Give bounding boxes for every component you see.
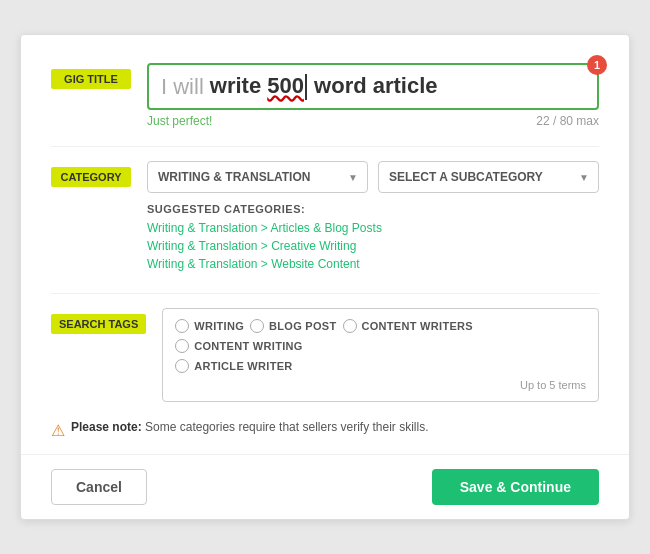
gig-title-prefix: I will [161, 74, 204, 100]
tag-circle-article-writer[interactable] [175, 359, 189, 373]
suggested-link-0[interactable]: Writing & Translation > Articles & Blog … [147, 221, 599, 235]
search-tags-row: SEARCH TAGS WRITING BLOG POST CONTENT WR… [51, 308, 599, 402]
suggested-categories-label: SUGGESTED CATEGORIES: [147, 203, 599, 215]
note-bold: Please note: [71, 420, 142, 434]
tag-circle-blog-post[interactable] [250, 319, 264, 333]
tag-label-article-writer: ARTICLE WRITER [194, 360, 292, 372]
category-field-col: WRITING & TRANSLATION ▼ SELECT A SUBCATE… [147, 161, 599, 275]
tags-meta: Up to 5 terms [175, 379, 586, 391]
divider-1 [51, 146, 599, 147]
tag-content-writers: CONTENT WRITERS [343, 319, 473, 333]
suggested-link-1[interactable]: Writing & Translation > Creative Writing [147, 239, 599, 253]
tag-article-writer: ARTICLE WRITER [175, 359, 292, 373]
gig-title-field-col: I will write 500 word article 1 Just per… [147, 63, 599, 128]
gig-title-text: write 500 word article [210, 73, 585, 100]
cancel-button[interactable]: Cancel [51, 469, 147, 505]
tag-circle-content-writing[interactable] [175, 339, 189, 353]
badge-count: 1 [587, 55, 607, 75]
tags-box: WRITING BLOG POST CONTENT WRITERS CONTEN… [162, 308, 599, 402]
category-selects: WRITING & TRANSLATION ▼ SELECT A SUBCATE… [147, 161, 599, 193]
category-select-wrapper: WRITING & TRANSLATION ▼ [147, 161, 368, 193]
gig-title-input-wrapper[interactable]: I will write 500 word article 1 [147, 63, 599, 110]
info-icon: ⚠ [51, 421, 65, 440]
search-tags-label: SEARCH TAGS [51, 314, 146, 334]
just-perfect-label: Just perfect! [147, 114, 212, 128]
modal: GIG TITLE I will write 500 word article … [20, 34, 630, 520]
subcategory-select[interactable]: SELECT A SUBCATEGORY [378, 161, 599, 193]
suggested-link-2[interactable]: Writing & Translation > Website Content [147, 257, 599, 271]
field-meta: Just perfect! 22 / 80 max [147, 114, 599, 128]
tags-row: WRITING BLOG POST CONTENT WRITERS CONTEN… [175, 319, 586, 353]
subcategory-select-wrapper: SELECT A SUBCATEGORY ▼ [378, 161, 599, 193]
category-row: CATEGORY WRITING & TRANSLATION ▼ SELECT … [51, 161, 599, 275]
save-continue-button[interactable]: Save & Continue [432, 469, 599, 505]
note-row: ⚠ Please note: Some categories require t… [51, 420, 599, 454]
word-500: 500 [267, 73, 304, 98]
search-tags-field-col: WRITING BLOG POST CONTENT WRITERS CONTEN… [162, 308, 599, 402]
tag-label-blog-post: BLOG POST [269, 320, 336, 332]
tag-circle-content-writers[interactable] [343, 319, 357, 333]
note-body: Some categories require that sellers ver… [145, 420, 428, 434]
char-count-label: 22 / 80 max [536, 114, 599, 128]
tag-label-writing: WRITING [194, 320, 244, 332]
category-label: CATEGORY [51, 167, 131, 187]
gig-title-label: GIG TITLE [51, 69, 131, 89]
tag-blog-post: BLOG POST [250, 319, 336, 333]
tag-writing: WRITING [175, 319, 244, 333]
divider-2 [51, 293, 599, 294]
text-cursor [305, 74, 307, 100]
modal-footer: Cancel Save & Continue [21, 454, 629, 519]
tag-content-writing: CONTENT WRITING [175, 339, 302, 353]
note-text: Please note: Some categories require tha… [71, 420, 429, 434]
gig-title-row: GIG TITLE I will write 500 word article … [51, 63, 599, 128]
tag-label-content-writers: CONTENT WRITERS [362, 320, 473, 332]
category-select[interactable]: WRITING & TRANSLATION [147, 161, 368, 193]
suggested-links: Writing & Translation > Articles & Blog … [147, 221, 599, 271]
tag-circle-writing[interactable] [175, 319, 189, 333]
tags-row-2: ARTICLE WRITER [175, 359, 586, 373]
tag-label-content-writing: CONTENT WRITING [194, 340, 302, 352]
